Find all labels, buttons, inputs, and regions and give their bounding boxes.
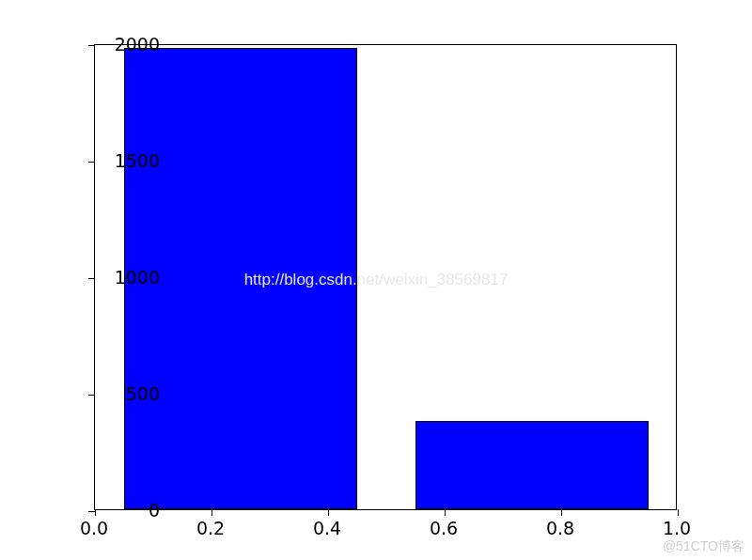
bar-1	[415, 421, 649, 509]
chart-container	[94, 44, 677, 510]
x-tick-mark	[678, 509, 679, 516]
x-tick-label: 0.6	[415, 518, 472, 538]
x-tick-label: 0.0	[66, 518, 122, 538]
watermark-corner: @51CTO博客	[663, 538, 744, 555]
x-tick-mark	[561, 509, 562, 516]
plot-area	[94, 44, 677, 510]
x-tick-label: 0.4	[299, 518, 355, 538]
y-tick-label: 500	[94, 383, 160, 404]
y-tick-label: 2000	[94, 34, 160, 54]
y-tick-label: 1000	[94, 267, 160, 288]
x-tick-label: 0.2	[182, 518, 239, 538]
x-tick-mark	[212, 509, 212, 516]
y-tick-label: 1500	[94, 150, 160, 171]
x-tick-label: 1.0	[649, 518, 705, 538]
x-tick-mark	[445, 509, 446, 516]
x-tick-mark	[328, 509, 329, 516]
x-tick-label: 0.8	[532, 518, 588, 538]
